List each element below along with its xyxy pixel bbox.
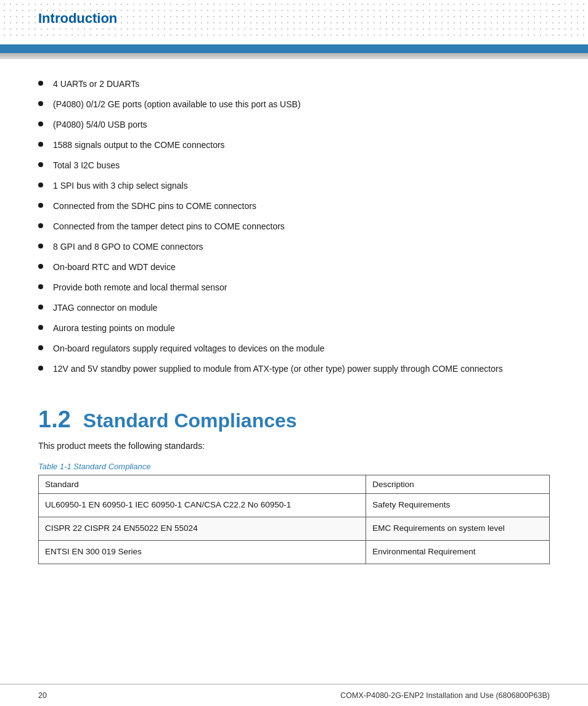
doc-title: COMX-P4080-2G-ENP2 Installation and Use … bbox=[340, 691, 550, 700]
page-footer: 20 COMX-P4080-2G-ENP2 Installation and U… bbox=[0, 684, 588, 706]
bullet-dot bbox=[38, 183, 43, 187]
list-item-text: 8 GPI and 8 GPO to COME connectors bbox=[53, 240, 203, 253]
list-item: Connected from the tamper detect pins to… bbox=[38, 220, 550, 233]
table-cell: CISPR 22 CISPR 24 EN55022 EN 55024 bbox=[39, 517, 366, 540]
table-row: CISPR 22 CISPR 24 EN55022 EN 55024EMC Re… bbox=[39, 517, 550, 540]
bullet-dot bbox=[38, 81, 43, 86]
list-item-text: Connected from the SDHC pins to COME con… bbox=[53, 200, 256, 213]
gray-divider-bar bbox=[0, 53, 588, 59]
bullet-dot bbox=[38, 142, 43, 147]
list-item: (P4080) 5/4/0 USB ports bbox=[38, 118, 550, 131]
bullet-dot bbox=[38, 366, 43, 371]
list-item-text: 4 UARTs or 2 DUARTs bbox=[53, 78, 139, 91]
list-item: On-board RTC and WDT device bbox=[38, 261, 550, 274]
page-title: Introduction bbox=[38, 10, 117, 27]
feature-list: 4 UARTs or 2 DUARTs(P4080) 0/1/2 GE port… bbox=[38, 72, 550, 389]
page-number: 20 bbox=[38, 691, 47, 700]
list-item-text: 1 SPI bus with 3 chip select signals bbox=[53, 179, 188, 192]
table-row: ENTSI EN 300 019 SeriesEnvironmental Req… bbox=[39, 540, 550, 564]
bullet-dot bbox=[38, 162, 43, 167]
section-heading: 1.2 Standard Compliances bbox=[38, 408, 550, 432]
list-item: JTAG connector on module bbox=[38, 302, 550, 314]
list-item-text: On-board RTC and WDT device bbox=[53, 261, 176, 274]
bullet-dot bbox=[38, 101, 43, 106]
bullet-dot bbox=[38, 345, 43, 350]
list-item: 1588 signals output to the COME connecto… bbox=[38, 139, 550, 152]
list-item: Connected from the SDHC pins to COME con… bbox=[38, 200, 550, 213]
list-item: 1 SPI bus with 3 chip select signals bbox=[38, 179, 550, 192]
list-item-text: (P4080) 5/4/0 USB ports bbox=[53, 118, 147, 131]
list-item: (P4080) 0/1/2 GE ports (option available… bbox=[38, 98, 550, 111]
table-cell: EMC Requirements on system level bbox=[366, 517, 550, 540]
table-caption: Table 1-1 Standard Compliance bbox=[38, 462, 550, 471]
list-item-text: JTAG connector on module bbox=[53, 302, 157, 314]
list-item-text: (P4080) 0/1/2 GE ports (option available… bbox=[53, 98, 301, 111]
list-item-text: On-board regulators supply required volt… bbox=[53, 342, 324, 355]
bullet-dot bbox=[38, 325, 43, 330]
bullet-dot bbox=[38, 121, 43, 126]
bullet-dot bbox=[38, 264, 43, 269]
header: Introduction bbox=[0, 0, 588, 44]
list-item: Total 3 I2C buses bbox=[38, 159, 550, 172]
section-title: Standard Compliances bbox=[83, 409, 297, 432]
list-item-text: 1588 signals output to the COME connecto… bbox=[53, 139, 225, 152]
table-header: Standard bbox=[39, 475, 366, 494]
bullet-dot bbox=[38, 284, 43, 289]
table-cell: Safety Requirements bbox=[366, 494, 550, 517]
list-item-text: Connected from the tamper detect pins to… bbox=[53, 220, 285, 233]
list-item: On-board regulators supply required volt… bbox=[38, 342, 550, 355]
list-item-text: Total 3 I2C buses bbox=[53, 159, 120, 172]
list-item: 4 UARTs or 2 DUARTs bbox=[38, 78, 550, 91]
header-title-bar: Introduction bbox=[0, 0, 588, 37]
main-content: 4 UARTs or 2 DUARTs(P4080) 0/1/2 GE port… bbox=[0, 59, 588, 607]
compliance-table: StandardDescriptionUL60950-1 EN 60950-1 … bbox=[38, 475, 550, 564]
section-intro: This product meets the following standar… bbox=[38, 441, 550, 451]
list-item: Aurora testing points on module bbox=[38, 322, 550, 335]
list-item: 12V and 5V standby power supplied to mod… bbox=[38, 363, 550, 376]
bullet-dot bbox=[38, 305, 43, 310]
blue-divider-bar bbox=[0, 44, 588, 53]
list-item-text: Aurora testing points on module bbox=[53, 322, 175, 335]
list-item-text: 12V and 5V standby power supplied to mod… bbox=[53, 363, 503, 376]
list-item: Provide both remote and local thermal se… bbox=[38, 281, 550, 294]
table-cell: Environmental Requirement bbox=[366, 540, 550, 564]
bullet-dot bbox=[38, 244, 43, 248]
table-cell: UL60950-1 EN 60950-1 IEC 60950-1 CAN/CSA… bbox=[39, 494, 366, 517]
list-item: 8 GPI and 8 GPO to COME connectors bbox=[38, 240, 550, 253]
table-cell: ENTSI EN 300 019 Series bbox=[39, 540, 366, 564]
table-header: Description bbox=[366, 475, 550, 494]
table-row: UL60950-1 EN 60950-1 IEC 60950-1 CAN/CSA… bbox=[39, 494, 550, 517]
list-item-text: Provide both remote and local thermal se… bbox=[53, 281, 227, 294]
bullet-dot bbox=[38, 223, 43, 228]
section-number: 1.2 bbox=[38, 408, 71, 431]
bullet-dot bbox=[38, 203, 43, 208]
